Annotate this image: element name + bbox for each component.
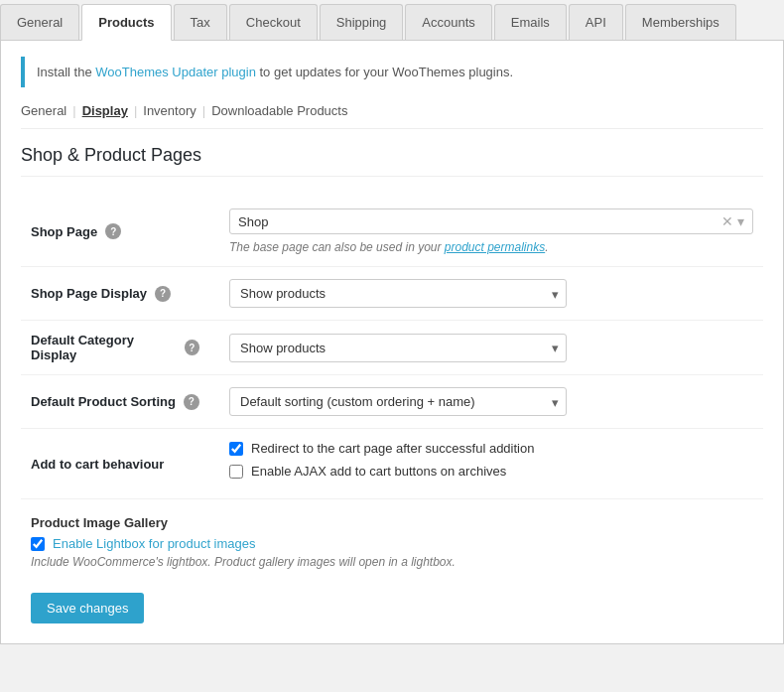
subnav-sep-3: | (202, 103, 205, 118)
redirect-checkbox-label: Redirect to the cart page after successf… (251, 441, 534, 456)
tab-tax[interactable]: Tax (174, 4, 227, 40)
subnav-inventory[interactable]: Inventory (143, 103, 196, 118)
settings-form: Shop Page ? Shop ✕ ▾ The base page can a… (21, 197, 763, 499)
tab-memberships[interactable]: Memberships (625, 4, 736, 40)
default-category-display-field-cell: Show products Show subcategories Show bo… (219, 321, 763, 375)
gallery-section-title: Product Image Gallery (31, 515, 753, 530)
gallery-helper-text: Include WooCommerce's lightbox. Product … (31, 555, 753, 569)
notice-bar: Install the WooThemes Updater plugin to … (21, 57, 763, 87)
shop-page-select-wrapper[interactable]: Shop ✕ ▾ (229, 208, 753, 234)
tab-checkout[interactable]: Checkout (229, 4, 318, 40)
default-category-display-select-wrapper: Show products Show subcategories Show bo… (229, 334, 567, 362)
shop-page-row: Shop Page ? Shop ✕ ▾ The base page can a… (21, 197, 763, 267)
tab-emails[interactable]: Emails (494, 4, 567, 40)
save-button[interactable]: Save changes (31, 593, 144, 623)
redirect-checkbox[interactable] (229, 442, 243, 456)
ajax-checkbox-label: Enable AJAX add to cart buttons on archi… (251, 464, 506, 479)
shop-page-field-cell: Shop ✕ ▾ The base page can also be used … (219, 197, 763, 267)
ajax-checkbox-row: Enable AJAX add to cart buttons on archi… (229, 464, 753, 479)
shop-page-helper-text: The base page can also be used in your (229, 240, 441, 254)
shop-page-display-select[interactable]: Show products Show subcategories Show bo… (229, 279, 567, 308)
default-product-sorting-help-icon[interactable]: ? (184, 394, 199, 410)
default-category-display-help-icon[interactable]: ? (185, 340, 199, 355)
lightbox-checkbox-label: Enable Lightbox for product images (53, 536, 256, 551)
default-product-sorting-select-wrapper: Default sorting (custom ordering + name)… (229, 387, 567, 416)
tab-api[interactable]: API (569, 4, 623, 40)
shop-page-display-label-cell: Shop Page Display ? (21, 267, 219, 321)
shop-page-helper: The base page can also be used in your p… (229, 240, 753, 254)
lightbox-checkbox[interactable] (31, 537, 45, 551)
default-product-sorting-select[interactable]: Default sorting (custom ordering + name)… (229, 387, 567, 416)
default-category-display-label-row: Default Category Display ? (31, 333, 199, 362)
tab-products[interactable]: Products (81, 4, 171, 41)
add-to-cart-field-cell: Redirect to the cart page after successf… (219, 429, 763, 499)
gallery-section: Product Image Gallery Enable Lightbox fo… (21, 515, 763, 569)
shop-page-value: Shop (238, 214, 721, 229)
subnav-downloadable[interactable]: Downloadable Products (211, 103, 347, 118)
default-product-sorting-field-cell: Default sorting (custom ordering + name)… (219, 375, 763, 429)
notice-text-2: to get updates for your WooThemes plugin… (256, 65, 513, 79)
shop-page-label-row: Shop Page ? (31, 223, 199, 239)
notice-link[interactable]: WooThemes Updater plugin (95, 65, 256, 79)
default-category-display-select[interactable]: Show products Show subcategories Show bo… (229, 334, 567, 362)
redirect-checkbox-row: Redirect to the cart page after successf… (229, 441, 753, 456)
tab-general[interactable]: General (0, 4, 79, 40)
default-product-sorting-label-cell: Default Product Sorting ? (21, 375, 219, 429)
default-category-display-label-cell: Default Category Display ? (21, 321, 219, 375)
tab-bar: General Products Tax Checkout Shipping A… (0, 0, 784, 41)
section-title: Shop & Product Pages (21, 145, 763, 177)
lightbox-checkbox-row: Enable Lightbox for product images (31, 536, 753, 551)
shop-page-dropdown-icon[interactable]: ▾ (737, 213, 744, 229)
main-content: Install the WooThemes Updater plugin to … (0, 41, 784, 644)
product-permalinks-link[interactable]: product permalinks (445, 240, 545, 254)
add-to-cart-label-cell: Add to cart behaviour (21, 429, 219, 499)
subnav-general[interactable]: General (21, 103, 66, 118)
shop-page-clear-icon[interactable]: ✕ (721, 213, 733, 229)
subnav-sep-1: | (72, 103, 75, 118)
add-to-cart-row: Add to cart behaviour Redirect to the ca… (21, 429, 763, 499)
tab-accounts[interactable]: Accounts (405, 4, 491, 40)
default-product-sorting-row: Default Product Sorting ? Default sortin… (21, 375, 763, 429)
subnav-sep-2: | (134, 103, 137, 118)
sub-navigation: General | Display | Inventory | Download… (21, 103, 763, 129)
shop-page-label-cell: Shop Page ? (21, 197, 219, 267)
shop-page-display-field-cell: Show products Show subcategories Show bo… (219, 267, 763, 321)
ajax-checkbox[interactable] (229, 465, 243, 479)
shop-page-display-row: Shop Page Display ? Show products Show s… (21, 267, 763, 321)
shop-page-display-select-wrapper: Show products Show subcategories Show bo… (229, 279, 567, 308)
shop-page-display-help-icon[interactable]: ? (155, 286, 171, 302)
notice-text: Install the (37, 65, 95, 79)
shop-page-display-label-row: Shop Page Display ? (31, 286, 199, 302)
tab-container: General Products Tax Checkout Shipping A… (0, 0, 784, 41)
subnav-display[interactable]: Display (82, 103, 128, 118)
add-to-cart-label: Add to cart behaviour (31, 457, 164, 472)
default-category-display-label: Default Category Display (31, 333, 177, 362)
default-product-sorting-label-row: Default Product Sorting ? (31, 394, 199, 410)
shop-page-help-icon[interactable]: ? (105, 223, 121, 239)
default-category-display-row: Default Category Display ? Show products… (21, 321, 763, 375)
shop-page-label: Shop Page (31, 224, 97, 239)
shop-page-display-label: Shop Page Display (31, 286, 147, 301)
default-product-sorting-label: Default Product Sorting (31, 394, 176, 409)
shop-page-controls: ✕ ▾ (721, 213, 744, 229)
tab-shipping[interactable]: Shipping (320, 4, 404, 40)
